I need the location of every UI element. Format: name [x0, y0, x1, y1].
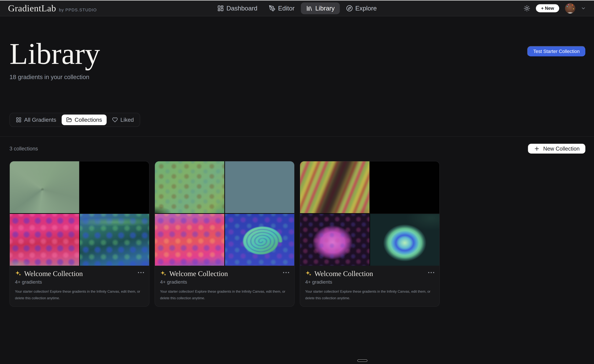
library-icon	[306, 5, 313, 12]
thumb-teal-blue-dots-gradient[interactable]	[80, 214, 149, 266]
top-bar-actions: + New	[524, 3, 586, 13]
plus-icon	[534, 146, 540, 152]
thumb-pink-plasma-gradient[interactable]	[10, 214, 79, 266]
tab-label: Collections	[74, 117, 102, 123]
layout-dashboard-icon	[217, 5, 224, 12]
brand-byline: by PPDS.STUDIO	[59, 8, 97, 12]
nav-item-dashboard[interactable]: Dashboard	[212, 2, 263, 14]
top-bar: GradientLab by PPDS.STUDIO Dashboard Edi…	[0, 0, 594, 16]
collection-thumbnails	[155, 161, 294, 266]
test-starter-collection-button[interactable]: Test Starter Collection	[527, 46, 586, 57]
gradientlab-app: GradientLab by PPDS.STUDIO Dashboard Edi…	[0, 0, 594, 364]
card-menu-button[interactable]	[283, 269, 289, 273]
collection-card-grid: Welcome Collection 4+ gradients Your sta…	[9, 161, 586, 307]
nav-label: Explore	[355, 5, 377, 12]
page-title: Library	[9, 16, 585, 69]
heart-icon	[112, 117, 118, 123]
collection-description: Your starter collection! Explore these g…	[305, 288, 434, 301]
thumb-slate-solid-gradient[interactable]	[225, 161, 294, 213]
layout-grid-icon	[16, 117, 21, 123]
theme-toggle-button[interactable]	[524, 5, 530, 12]
collections-header-row: 3 collections New Collection	[9, 143, 586, 154]
collection-description: Your starter collection! Explore these g…	[15, 288, 144, 301]
app-logo[interactable]: GradientLab	[8, 3, 56, 14]
collection-thumbnails	[300, 161, 439, 266]
new-collection-label: New Collection	[543, 146, 580, 152]
new-gradient-button[interactable]: + New	[536, 4, 560, 13]
thumb-sage-conic-gradient[interactable]	[10, 161, 79, 213]
sun-icon	[524, 5, 530, 12]
sparkles-icon	[160, 270, 167, 277]
collections-section: 3 collections New Collection	[0, 143, 594, 307]
main-nav: Dashboard Editor Library Explore	[212, 2, 382, 14]
collection-title: Welcome Collection	[160, 269, 228, 278]
pen-tool-icon	[269, 5, 276, 12]
tab-label: All Gradients	[24, 117, 56, 123]
collection-card-body: Welcome Collection 4+ gradients Your sta…	[10, 266, 149, 306]
card-menu-button[interactable]	[138, 269, 144, 273]
nav-item-explore[interactable]: Explore	[341, 2, 382, 14]
thumb-pink-orange-dots-gradient[interactable]	[155, 214, 224, 266]
card-menu-button[interactable]	[428, 269, 434, 273]
compass-icon	[346, 5, 353, 12]
collection-description: Your starter collection! Explore these g…	[160, 288, 289, 301]
collections-count: 3 collections	[9, 146, 38, 152]
thumb-green-blue-rings-gradient[interactable]	[370, 214, 439, 266]
collection-title: Welcome Collection	[15, 269, 83, 278]
nav-label: Dashboard	[226, 5, 257, 12]
collection-card[interactable]: Welcome Collection 4+ gradients Your sta…	[155, 161, 295, 307]
collection-card-body: Welcome Collection 4+ gradients Your sta…	[300, 266, 439, 306]
tab-collections[interactable]: Collections	[62, 115, 107, 125]
spiral-graphic	[225, 214, 294, 266]
nav-item-editor[interactable]: Editor	[264, 2, 300, 14]
user-menu-button[interactable]	[581, 6, 586, 11]
library-hero: Library 18 gradients in your collection …	[0, 16, 594, 137]
sparkles-icon	[305, 270, 312, 277]
chevron-down-icon	[581, 6, 586, 11]
stripes-texture	[300, 161, 369, 213]
collection-gradient-count: 4+ gradients	[15, 279, 144, 285]
sparkles-icon	[15, 270, 21, 277]
user-avatar[interactable]	[565, 3, 575, 13]
thumb-yellow-red-stripes-gradient[interactable]	[300, 161, 369, 213]
collection-card[interactable]: Welcome Collection 4+ gradients Your sta…	[300, 161, 440, 307]
collection-gradient-count: 4+ gradients	[160, 279, 289, 285]
folder-open-icon	[66, 117, 72, 123]
tab-liked[interactable]: Liked	[108, 115, 138, 125]
collection-gradient-count: 4+ gradients	[305, 279, 434, 285]
library-filter-tabs: All Gradients Collections Liked	[9, 113, 140, 127]
gradient-count-subtitle: 18 gradients in your collection	[9, 74, 585, 80]
thumb-green-olive-dots-gradient[interactable]	[155, 161, 224, 213]
thumb-black-gradient[interactable]	[370, 161, 439, 213]
nav-label: Editor	[278, 5, 295, 12]
nav-item-library[interactable]: Library	[301, 2, 340, 14]
collection-card[interactable]: Welcome Collection 4+ gradients Your sta…	[9, 161, 149, 307]
thumb-black-gradient[interactable]	[80, 161, 149, 213]
thumb-blue-green-spiral-gradient[interactable]	[225, 214, 294, 266]
thumb-magenta-orb-gradient[interactable]	[300, 214, 369, 266]
collection-title: Welcome Collection	[305, 269, 373, 278]
tab-label: Liked	[120, 117, 134, 123]
new-collection-button[interactable]: New Collection	[528, 143, 586, 154]
brand[interactable]: GradientLab by PPDS.STUDIO	[8, 3, 97, 14]
collection-thumbnails	[10, 161, 149, 266]
nav-label: Library	[315, 5, 335, 12]
tab-all-gradients[interactable]: All Gradients	[11, 115, 61, 125]
home-indicator	[357, 359, 367, 362]
collection-card-body: Welcome Collection 4+ gradients Your sta…	[155, 266, 294, 306]
